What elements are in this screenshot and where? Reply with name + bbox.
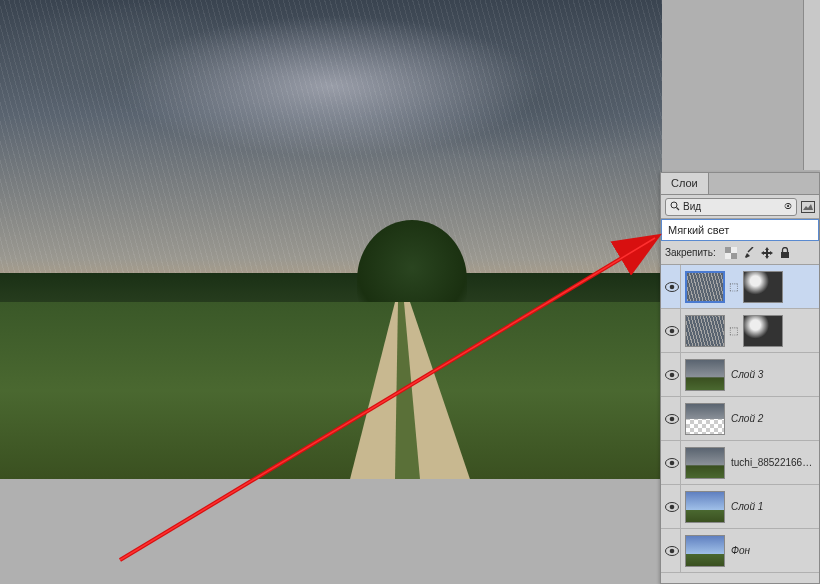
svg-point-17 — [669, 372, 674, 377]
lock-all-icon[interactable] — [778, 246, 792, 260]
layer-name[interactable]: Фон — [729, 545, 750, 556]
canvas-scrollbar-area — [803, 0, 820, 170]
link-icon[interactable]: ⬚ — [729, 281, 739, 292]
layer-mask-thumbnail[interactable] — [743, 271, 783, 303]
lock-row: Закрепить: — [661, 241, 819, 265]
svg-point-23 — [669, 504, 674, 509]
layers-panel: Слои Вид ⦿ Мягкий свет Закрепить: — [660, 172, 820, 584]
layer-name[interactable]: Слой 1 — [729, 501, 763, 512]
layer-thumbnail[interactable] — [685, 535, 725, 567]
svg-point-21 — [669, 460, 674, 465]
search-icon — [670, 201, 680, 213]
layer-row[interactable]: tuchi_88522166… — [661, 441, 819, 485]
layer-name[interactable]: Слой 2 — [729, 413, 763, 424]
lock-transparency-icon[interactable] — [724, 246, 738, 260]
dropdown-arrows-icon: ⦿ — [784, 202, 792, 211]
svg-line-10 — [748, 247, 753, 252]
visibility-eye-icon[interactable] — [665, 282, 679, 292]
layer-thumbnail[interactable] — [685, 447, 725, 479]
canvas-image[interactable] — [0, 0, 662, 479]
svg-rect-9 — [725, 253, 731, 259]
svg-point-2 — [671, 202, 677, 208]
svg-rect-8 — [731, 247, 737, 253]
svg-marker-5 — [803, 204, 813, 210]
svg-line-3 — [677, 207, 680, 210]
layer-thumbnail[interactable] — [685, 271, 725, 303]
rain-overlay — [0, 0, 662, 278]
visibility-eye-icon[interactable] — [665, 370, 679, 380]
lock-brush-icon[interactable] — [742, 246, 756, 260]
workspace-background — [0, 479, 660, 584]
visibility-eye-icon[interactable] — [665, 326, 679, 336]
svg-rect-6 — [725, 247, 731, 253]
layer-filter-row: Вид ⦿ — [661, 195, 819, 219]
layer-row[interactable]: ⬚ — [661, 309, 819, 353]
blend-mode-select[interactable]: Мягкий свет — [661, 219, 819, 241]
layer-filter-select[interactable]: Вид ⦿ — [665, 198, 797, 216]
layer-name[interactable]: Слой 3 — [729, 369, 763, 380]
blend-mode-label: Мягкий свет — [668, 224, 729, 236]
svg-rect-11 — [781, 252, 789, 258]
tab-layers[interactable]: Слои — [661, 173, 709, 194]
layer-thumbnail[interactable] — [685, 315, 725, 347]
road — [0, 302, 662, 479]
svg-point-25 — [669, 548, 674, 553]
layer-thumbnail[interactable] — [685, 359, 725, 391]
svg-rect-4 — [802, 201, 815, 212]
panel-tabs: Слои — [661, 173, 819, 195]
link-icon[interactable]: ⬚ — [729, 325, 739, 336]
layer-mask-thumbnail[interactable] — [743, 315, 783, 347]
filter-label: Вид — [683, 201, 701, 212]
layer-row[interactable]: ⬚ — [661, 265, 819, 309]
svg-point-19 — [669, 416, 674, 421]
svg-point-15 — [669, 328, 674, 333]
lock-move-icon[interactable] — [760, 246, 774, 260]
visibility-eye-icon[interactable] — [665, 414, 679, 424]
layer-thumbnail[interactable] — [685, 491, 725, 523]
filter-picture-icon[interactable] — [801, 200, 815, 214]
layer-row[interactable]: Слой 2 — [661, 397, 819, 441]
layers-list: ⬚ ⬚ Слой 3 Слой 2 tuchi_88522166… — [661, 265, 819, 583]
layer-row[interactable]: Слой 1 — [661, 485, 819, 529]
layer-name[interactable]: tuchi_88522166… — [729, 457, 812, 468]
layer-thumbnail[interactable] — [685, 403, 725, 435]
visibility-eye-icon[interactable] — [665, 458, 679, 468]
svg-point-13 — [669, 284, 674, 289]
layer-row[interactable]: Фон — [661, 529, 819, 573]
lock-label: Закрепить: — [665, 247, 716, 258]
visibility-eye-icon[interactable] — [665, 546, 679, 556]
layer-row[interactable]: Слой 3 — [661, 353, 819, 397]
svg-rect-7 — [731, 253, 737, 259]
visibility-eye-icon[interactable] — [665, 502, 679, 512]
